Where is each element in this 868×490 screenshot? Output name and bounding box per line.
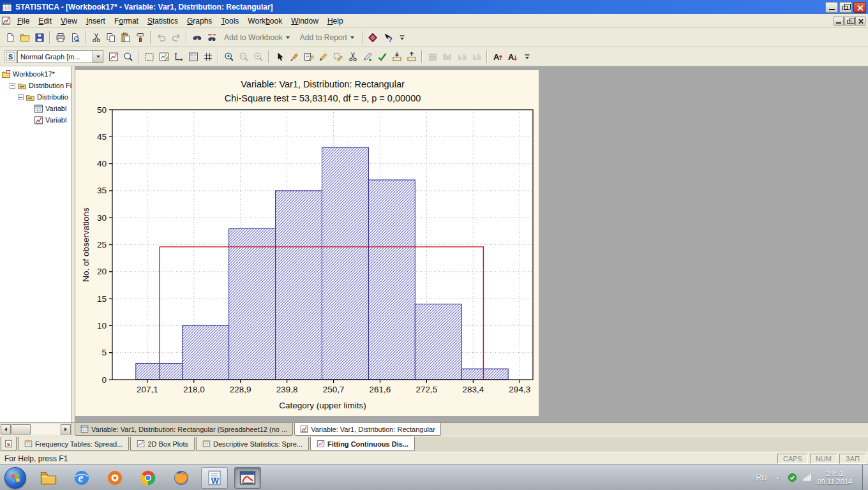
draw-tool-button[interactable] bbox=[316, 49, 331, 64]
brush-tool-button[interactable] bbox=[287, 49, 301, 64]
accept-changes-button[interactable] bbox=[375, 49, 389, 64]
increase-font-button[interactable]: A bbox=[490, 49, 505, 64]
format-painter-button[interactable] bbox=[133, 30, 147, 45]
add-to-report-button[interactable]: Add to Report bbox=[295, 30, 359, 45]
folderblue-icon bbox=[26, 93, 35, 102]
shape-tool-button[interactable] bbox=[331, 49, 345, 64]
scroll-right-button[interactable] bbox=[61, 424, 71, 434]
tray-antivirus-icon[interactable] bbox=[788, 473, 797, 482]
taskbar-explorer[interactable] bbox=[35, 467, 62, 489]
add-to-workbook-button[interactable]: Add to Workbook bbox=[219, 30, 295, 45]
mdi-child-icon[interactable] bbox=[1, 16, 11, 26]
zoom-mode-button[interactable] bbox=[121, 49, 135, 64]
cut-button[interactable] bbox=[89, 30, 103, 45]
axis-properties-button[interactable] bbox=[171, 49, 186, 64]
find-button[interactable] bbox=[190, 30, 204, 45]
label-tool-button[interactable] bbox=[301, 49, 316, 64]
pen-tool-button[interactable] bbox=[360, 49, 375, 64]
workbook-tab[interactable]: 2D Box Plots bbox=[130, 437, 195, 451]
menu-view[interactable]: View bbox=[56, 15, 82, 27]
taskbar-internet-explorer[interactable]: e bbox=[68, 467, 95, 489]
chart-canvas[interactable]: 05101520253035404550207,1218,0228,9239,8… bbox=[75, 70, 539, 416]
open-file-button[interactable] bbox=[17, 30, 32, 45]
mdi-restore-button[interactable] bbox=[844, 17, 855, 26]
taskbar-clock[interactable]: 19:51 09.11.2014 bbox=[818, 470, 852, 486]
tray-hidden-icons-icon[interactable] bbox=[773, 473, 782, 482]
save-button[interactable] bbox=[32, 30, 47, 45]
taskbar-word-document[interactable]: W bbox=[201, 467, 228, 489]
print-preview-button[interactable] bbox=[68, 30, 82, 45]
close-button[interactable] bbox=[853, 2, 866, 13]
combo-dropdown-button[interactable] bbox=[93, 50, 103, 63]
taskbar-firefox[interactable] bbox=[168, 467, 195, 489]
restore-button[interactable] bbox=[839, 2, 852, 13]
language-indicator[interactable]: RU bbox=[756, 473, 767, 482]
select-region-button[interactable] bbox=[142, 49, 156, 64]
scroll-left-button[interactable] bbox=[1, 424, 11, 434]
workbook-tab-mini[interactable]: S bbox=[1, 437, 17, 451]
new-file-button[interactable] bbox=[3, 30, 17, 45]
context-help-icon: ? bbox=[382, 33, 393, 43]
menu-format[interactable]: Format bbox=[110, 15, 143, 27]
menu-file[interactable]: File bbox=[13, 15, 34, 27]
zoom-in-button[interactable] bbox=[221, 49, 236, 64]
menu-tools[interactable]: Tools bbox=[216, 15, 243, 27]
tree-item-variabl[interactable]: Variabl bbox=[0, 103, 71, 114]
context-help-button[interactable]: ? bbox=[380, 30, 395, 45]
tree-item-label: Variabl bbox=[45, 116, 66, 124]
mdi-minimize-button[interactable] bbox=[834, 17, 844, 26]
tree-expander-icon[interactable] bbox=[18, 94, 24, 100]
taskbar-chrome[interactable] bbox=[135, 467, 161, 489]
toolbar-options-button[interactable] bbox=[395, 30, 410, 45]
pointer-tool-button[interactable] bbox=[272, 49, 287, 64]
tray-network-icon[interactable] bbox=[802, 473, 812, 482]
menu-help[interactable]: Help bbox=[323, 15, 348, 27]
menu-graphs[interactable]: Graphs bbox=[183, 15, 216, 27]
graph-properties-button[interactable] bbox=[156, 49, 171, 64]
menu-statistics[interactable]: Statistics bbox=[143, 15, 183, 27]
workbook-tab[interactable]: Fitting Continuous Dis... bbox=[310, 437, 415, 451]
graph-style-selector[interactable]: S Normal Graph [m... bbox=[4, 50, 103, 63]
menu-insert[interactable]: Insert bbox=[82, 15, 110, 27]
workbook-tab[interactable]: Descriptive Statistics: Spre... bbox=[196, 437, 309, 451]
embed-in-button[interactable] bbox=[389, 49, 404, 64]
scrollbar-track[interactable] bbox=[11, 424, 61, 434]
tree-item-distribution-fi[interactable]: Distribution Fi bbox=[0, 80, 71, 91]
decrease-font-button[interactable]: A bbox=[505, 49, 520, 64]
minimize-button[interactable] bbox=[825, 2, 838, 13]
paste-button[interactable] bbox=[118, 30, 133, 45]
menu-workbook[interactable]: Workbook bbox=[243, 15, 287, 27]
mdi-close-button[interactable] bbox=[855, 17, 865, 26]
statmini-icon: S bbox=[4, 440, 13, 448]
embed-out-button[interactable] bbox=[404, 49, 419, 64]
grid-options-button[interactable] bbox=[200, 49, 215, 64]
tree-item-workbook17-[interactable]: Workbook17* bbox=[0, 68, 71, 80]
copy-button[interactable] bbox=[103, 30, 118, 45]
document-tab[interactable]: Variable: Var1, Distribution: Rectangula… bbox=[294, 423, 441, 436]
document-tab[interactable]: Variable: Var1, Distribution: Rectangula… bbox=[75, 423, 293, 436]
workbook-tab[interactable]: Frequency Tables: Spread... bbox=[18, 437, 129, 451]
zoom-in-icon bbox=[224, 52, 234, 62]
tree-item-distributio[interactable]: Distributio bbox=[0, 91, 71, 103]
graph-style-edit-button[interactable] bbox=[106, 49, 121, 64]
tree-item-variabl[interactable]: Variabl bbox=[0, 114, 71, 126]
crop-tool-button[interactable] bbox=[345, 49, 360, 64]
start-button[interactable] bbox=[4, 467, 26, 489]
taskbar-media-player[interactable] bbox=[101, 467, 128, 489]
scrollbar-thumb[interactable] bbox=[11, 424, 31, 434]
tree-expander-icon[interactable] bbox=[10, 83, 15, 89]
taskbar-statistica[interactable] bbox=[234, 467, 261, 489]
send-to-word-button[interactable] bbox=[366, 30, 380, 45]
tree-item-label: Distribution Fi bbox=[29, 82, 71, 89]
svg-text:35: 35 bbox=[97, 186, 107, 195]
graph-toolbar-options-button[interactable] bbox=[520, 49, 534, 64]
toolbar-separator bbox=[218, 50, 219, 63]
print-button[interactable] bbox=[53, 30, 68, 45]
menu-edit[interactable]: Edit bbox=[34, 15, 56, 27]
plot-layout-button[interactable] bbox=[186, 49, 200, 64]
show-desktop-button[interactable] bbox=[862, 465, 868, 490]
find-options-button[interactable] bbox=[204, 30, 219, 45]
horizontal-scrollbar[interactable] bbox=[0, 423, 72, 436]
menu-window[interactable]: Window bbox=[287, 15, 323, 27]
send-to-word-icon bbox=[368, 33, 378, 43]
